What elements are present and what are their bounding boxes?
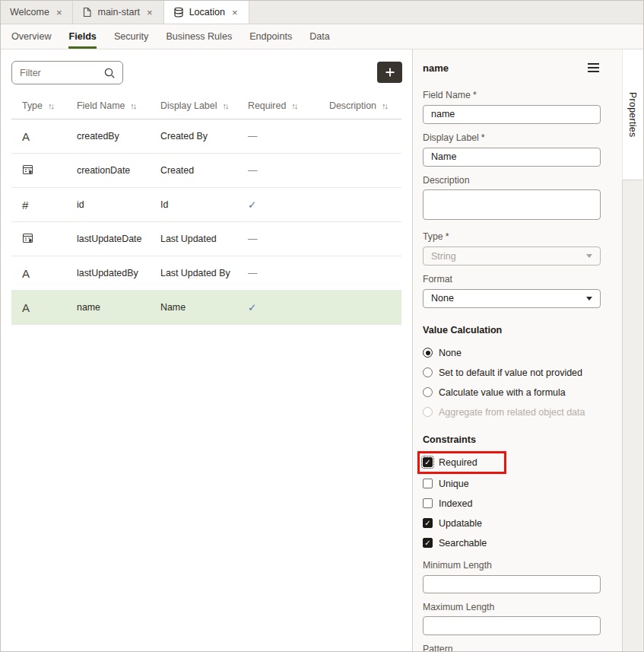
label-text: Description: [423, 175, 470, 186]
radio-option-formula[interactable]: Calculate value with a formula: [423, 387, 601, 398]
table-header-row: Type ↑↓ Field Name ↑↓ Display Label ↑↓ R…: [11, 100, 401, 119]
tab-welcome[interactable]: Welcome ×: [1, 1, 73, 24]
page-icon: [82, 7, 92, 17]
table-row-id[interactable]: # id Id ✓: [11, 188, 401, 222]
datetime-type-icon: [22, 164, 77, 177]
field-name-input[interactable]: [423, 105, 601, 124]
checkbox-updatable[interactable]: Updatable: [423, 518, 601, 529]
cell-display-label: Created By: [160, 131, 248, 142]
table-row-lastUpdatedBy[interactable]: A lastUpdatedBy Last Updated By —: [11, 256, 401, 291]
radio-label: Calculate value with a formula: [439, 387, 566, 398]
radio-label: None: [439, 348, 462, 358]
checkbox-searchable[interactable]: Searchable: [423, 538, 601, 549]
checkbox-icon: [423, 538, 433, 548]
radio-label: Set to default if value not provided: [439, 367, 582, 378]
chevron-down-icon: [586, 254, 592, 258]
sort-icon[interactable]: ↑↓: [130, 101, 135, 110]
maximum-length-input[interactable]: [423, 616, 601, 635]
cell-required: —: [248, 234, 329, 244]
column-label: Type: [22, 100, 43, 111]
radio-option-aggregate: Aggregate from related object data: [423, 407, 601, 418]
column-label: Required: [248, 100, 286, 111]
label-text: Field Name: [423, 90, 471, 100]
radio-label: Aggregate from related object data: [439, 407, 585, 418]
cell-required: ✓: [248, 301, 329, 313]
column-label: Display Label: [160, 100, 217, 111]
object-tab-bar: Overview Fields Security Business Rules …: [1, 24, 643, 49]
cell-required: —: [248, 165, 329, 176]
radio-icon: [423, 348, 433, 358]
type-label: Type*: [423, 231, 601, 243]
rail-background: [622, 180, 642, 651]
cell-field-name: lastUpdateDate: [77, 234, 160, 244]
filter-input[interactable]: [12, 68, 103, 78]
tab-label: Welcome: [10, 7, 49, 17]
checkbox-icon: [423, 518, 433, 528]
cell-field-name: createdBy: [77, 131, 160, 142]
type-select: String: [423, 246, 601, 266]
cell-display-label: Last Updated: [160, 234, 248, 244]
column-header-field-name[interactable]: Field Name ↑↓: [77, 100, 160, 111]
tab-main-start[interactable]: main-start ×: [73, 1, 163, 24]
cell-field-name: creationDate: [77, 165, 160, 176]
sort-icon[interactable]: ↑↓: [222, 101, 227, 110]
label-text: Display Label: [423, 132, 479, 143]
column-header-display-label[interactable]: Display Label ↑↓: [160, 100, 248, 111]
sort-icon[interactable]: ↑↓: [382, 101, 387, 110]
selected-field-title: name: [423, 62, 449, 74]
table-row-lastUpdateDate[interactable]: lastUpdateDate Last Updated —: [11, 222, 401, 256]
checkbox-unique[interactable]: Unique: [423, 479, 601, 489]
checkbox-icon: [423, 498, 433, 508]
column-label: Field Name: [77, 100, 125, 111]
tab-endpoints[interactable]: Endpoints: [249, 24, 292, 49]
pattern-label: Pattern: [423, 644, 601, 651]
minimum-length-label: Minimum Length: [423, 560, 601, 571]
minimum-length-input[interactable]: [423, 575, 601, 593]
table-row-creationDate[interactable]: creationDate Created —: [11, 154, 401, 188]
checkbox-icon: [423, 457, 433, 467]
table-toolbar: [1, 49, 412, 84]
tab-label: main-start: [97, 7, 140, 17]
column-header-type[interactable]: Type ↑↓: [22, 100, 77, 111]
label-text: Format: [423, 274, 452, 285]
format-select[interactable]: None: [423, 289, 601, 308]
text-type-icon: A: [22, 130, 77, 143]
close-icon[interactable]: ×: [145, 7, 154, 18]
display-label-input[interactable]: [423, 148, 601, 167]
close-icon[interactable]: ×: [55, 7, 64, 18]
checkbox-indexed[interactable]: Indexed: [423, 498, 601, 509]
tab-data[interactable]: Data: [309, 24, 330, 49]
label-text: Pattern: [423, 644, 453, 651]
column-header-description[interactable]: Description ↑↓: [329, 100, 401, 111]
checkbox-label: Unique: [439, 479, 469, 489]
add-field-button[interactable]: [377, 62, 402, 83]
checkbox-required[interactable]: Required: [423, 457, 601, 468]
window-tab-bar: Welcome × main-start × Location ×: [1, 1, 643, 24]
text-type-icon: A: [22, 267, 77, 280]
label-text: Type: [423, 231, 443, 242]
tab-security[interactable]: Security: [114, 24, 149, 49]
sort-icon[interactable]: ↑↓: [48, 101, 53, 110]
datetime-type-icon: [22, 232, 77, 246]
menu-icon[interactable]: [586, 62, 601, 74]
tab-business-rules[interactable]: Business Rules: [166, 24, 232, 49]
cell-field-name: name: [77, 302, 160, 313]
required-marker: *: [473, 90, 477, 100]
properties-rail-tab[interactable]: Properties: [622, 49, 642, 180]
tab-overview[interactable]: Overview: [11, 24, 51, 49]
table-row-createdBy[interactable]: A createdBy Created By —: [11, 119, 401, 154]
close-icon[interactable]: ×: [230, 7, 240, 18]
sort-icon[interactable]: ↑↓: [291, 101, 297, 110]
table-row-name[interactable]: A name Name ✓: [11, 291, 401, 325]
column-header-required[interactable]: Required ↑↓: [248, 100, 329, 111]
checkbox-label: Indexed: [439, 498, 472, 509]
description-input[interactable]: [423, 189, 601, 220]
radio-option-set-default[interactable]: Set to default if value not provided: [423, 367, 601, 378]
radio-icon: [423, 387, 433, 397]
tab-location[interactable]: Location ×: [164, 1, 249, 24]
search-icon[interactable]: [103, 67, 122, 79]
checkbox-label: Searchable: [439, 538, 487, 549]
tab-fields[interactable]: Fields: [68, 24, 96, 49]
radio-option-none[interactable]: None: [423, 348, 601, 358]
display-label-label: Display Label*: [423, 132, 601, 144]
